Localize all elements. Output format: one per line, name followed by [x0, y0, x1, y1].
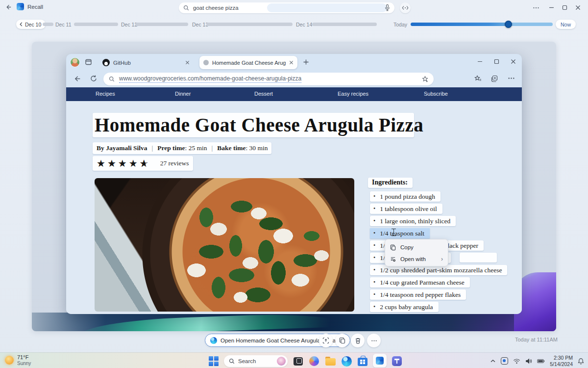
bake-time-label: Bake time — [217, 144, 245, 152]
sun-icon — [5, 356, 14, 365]
browser-toolbar: www.woodgrovegroceries.com/homemade-goat… — [66, 71, 522, 87]
edge-icon — [210, 337, 217, 344]
network-icon[interactable] — [513, 358, 520, 364]
timeline-segment[interactable] — [43, 23, 53, 26]
nav-back-icon[interactable] — [73, 75, 81, 83]
screenray-button[interactable] — [319, 334, 333, 347]
search-icon — [183, 5, 189, 11]
context-menu-copy[interactable]: Copy — [385, 241, 448, 253]
timeline-day-label: Dec 11 — [55, 22, 72, 27]
teams-button[interactable] — [391, 355, 403, 367]
context-open-with-label: Open with — [400, 256, 426, 262]
window-more-icon[interactable] — [533, 4, 539, 11]
page-content: Homemade Goat Cheese Arugula Pizza By Ja… — [66, 101, 522, 314]
tab-github[interactable]: GitHub — [98, 56, 194, 69]
favorite-add-icon[interactable] — [421, 76, 429, 83]
timeline-segment[interactable] — [206, 23, 293, 26]
copy-snapshot-button[interactable] — [335, 334, 349, 347]
timeline-slider-track[interactable] — [411, 23, 553, 26]
tab-close-icon[interactable] — [289, 60, 294, 65]
browser-settings-icon[interactable] — [508, 75, 515, 82]
nav-dessert[interactable]: Dessert — [254, 91, 273, 97]
teams-icon — [392, 356, 402, 366]
recall-button-active[interactable] — [373, 354, 387, 368]
timeline-today-label: Today — [393, 22, 407, 27]
weather-temp: 71°F — [17, 354, 31, 361]
context-menu-open-with[interactable]: Open with › — [385, 253, 448, 265]
timeline-segment[interactable] — [312, 23, 377, 26]
hidden-icons-chevron[interactable] — [490, 359, 496, 363]
collections-icon[interactable] — [490, 75, 499, 83]
edge-browser-window: GitHub Homemade Goat Cheese Arugula Pizz — [66, 54, 522, 314]
app-identity: Recall — [17, 3, 43, 10]
copilot-button[interactable] — [308, 355, 320, 367]
url-text: www.woodgrovegroceries.com/homemade-goat… — [119, 75, 301, 83]
window-maximize-icon[interactable] — [562, 4, 568, 11]
ingredient-item: •1 large onion, thinly sliced — [370, 216, 456, 226]
snapshot-viewport: GitHub Homemade Goat Cheese Arugula Pizz — [32, 42, 556, 331]
timeline-now-button[interactable]: Now — [556, 20, 576, 29]
byline-separator: | — [207, 144, 218, 152]
submenu-chevron-icon: › — [441, 256, 443, 263]
store-icon — [358, 358, 368, 366]
tray-date: 5/14/2024 — [550, 361, 573, 368]
nav-recipes[interactable]: Recipes — [96, 91, 115, 97]
star-rating-icons: ★★★★☆★ — [97, 158, 150, 168]
back-icon[interactable] — [5, 3, 12, 11]
text-cursor — [392, 229, 396, 236]
profile-avatar[interactable] — [71, 58, 79, 67]
start-button[interactable] — [208, 355, 220, 367]
taskbar-search[interactable]: Search — [224, 355, 288, 367]
window-close-icon[interactable] — [575, 4, 581, 11]
tab-list-icon[interactable] — [85, 58, 92, 66]
byline-author: By Jayamali Silva — [97, 144, 147, 152]
timeline-now-label: Now — [561, 22, 571, 27]
open-button-label: Open Homemade Goat Cheese Arugula Pizza — [220, 338, 336, 343]
file-explorer-button[interactable] — [324, 355, 336, 367]
timeline-slider-handle[interactable] — [505, 21, 512, 28]
tab-close-icon[interactable] — [185, 60, 190, 65]
tab-recipe-active[interactable]: Homemade Goat Cheese Arugula Pizz — [199, 56, 297, 69]
delete-snapshot-button[interactable] — [351, 334, 365, 347]
tray-app-icon[interactable] — [501, 357, 508, 365]
snapshot-timestamp: Today at 11:11AM — [515, 337, 558, 342]
address-bar[interactable]: www.woodgrovegroceries.com/homemade-goat… — [103, 73, 434, 85]
search-highlight — [267, 3, 387, 12]
refresh-icon[interactable] — [90, 75, 98, 82]
screenray-toggle-icon[interactable] — [400, 2, 411, 13]
weather-condition: Sunny — [17, 361, 31, 367]
browser-minimize-icon[interactable] — [477, 58, 483, 65]
tab-github-label: GitHub — [113, 60, 131, 66]
more-actions-button[interactable] — [367, 334, 381, 347]
edge-button[interactable] — [341, 355, 352, 367]
recall-search-input[interactable]: goat cheese pizza — [179, 2, 394, 13]
github-icon — [102, 59, 110, 66]
timeline-day-pill[interactable]: Dec 10 — [16, 20, 46, 29]
timeline-segment[interactable] — [135, 23, 188, 26]
nav-easy-recipes[interactable]: Easy recipes — [338, 91, 368, 97]
nav-subscribe[interactable]: Subscribe — [424, 91, 448, 97]
volume-icon[interactable] — [525, 358, 532, 364]
timeline-day-label: Dec 10 — [25, 22, 41, 27]
windows-logo-icon — [208, 356, 219, 367]
weather-widget[interactable]: 71°F Sunny — [5, 354, 31, 366]
task-view-button[interactable] — [292, 355, 304, 367]
window-minimize-icon[interactable] — [548, 4, 555, 11]
battery-icon[interactable] — [537, 359, 545, 364]
tab-recipe-label: Homemade Goat Cheese Arugula Pizz — [212, 60, 286, 66]
favorites-icon[interactable] — [474, 75, 482, 83]
browser-close-icon[interactable] — [510, 58, 516, 65]
store-button[interactable] — [357, 355, 368, 367]
nav-dinner[interactable]: Dinner — [175, 91, 191, 97]
app-title: Recall — [27, 4, 43, 10]
notification-bell-icon[interactable] — [578, 358, 584, 365]
new-tab-icon[interactable] — [303, 59, 309, 65]
tray-clock[interactable]: 2:30 PM 5/14/2024 — [550, 355, 573, 367]
ingredient-item: •1/4 cup grated Parmesan cheese — [370, 277, 470, 288]
snapshot-actions-bar: Open Homemade Goat Cheese Arugula Pizza … — [0, 332, 588, 350]
mic-icon[interactable] — [384, 4, 391, 11]
prep-time-value: : 25 min — [185, 144, 207, 152]
browser-maximize-icon[interactable] — [493, 58, 500, 65]
ingredient-item-selected: •1/4 teaspoon salt — [370, 228, 430, 238]
timeline-segment[interactable] — [74, 23, 118, 26]
